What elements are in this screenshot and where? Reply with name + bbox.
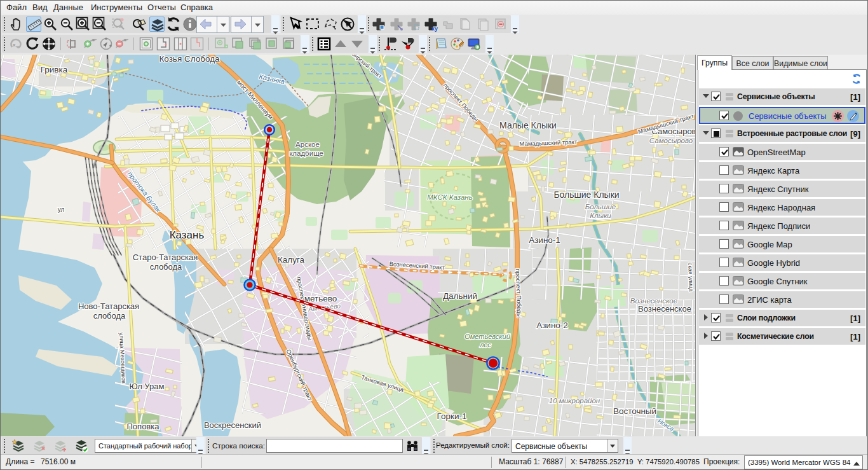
svg-text:Большие: Большие <box>585 203 616 211</box>
svg-text:кладбище: кладбище <box>289 149 323 157</box>
svg-text:слобода: слобода <box>150 262 182 272</box>
svg-text:Воскресенский: Воскресенский <box>204 420 261 430</box>
svg-text:Казань: Казань <box>170 229 205 241</box>
svg-text:Горки-1: Горки-1 <box>437 411 467 421</box>
svg-text:Самосырово: Самосырово <box>649 137 693 144</box>
svg-text:МКСК Казань: МКСК Казань <box>427 193 472 201</box>
svg-text:Азино-2: Азино-2 <box>536 321 568 330</box>
svg-text:слобода: слобода <box>93 311 126 321</box>
svg-text:x: x <box>13 42 16 48</box>
svg-text:ул: ул <box>58 206 65 213</box>
svg-text:Калуга: Калуга <box>278 255 305 265</box>
svg-text:Ометьевский: Ометьевский <box>465 333 510 340</box>
svg-text:Поповка: Поповка <box>127 422 160 431</box>
svg-text:Старо-Татарская: Старо-Татарская <box>133 252 198 262</box>
svg-text:Дальний: Дальний <box>443 291 477 301</box>
svg-text:Азино-1: Азино-1 <box>529 235 560 245</box>
svg-text:Малые Клыки: Малые Клыки <box>499 120 557 130</box>
svg-text:Вознесенское: Вознесенское <box>638 304 691 314</box>
svg-text:xy: xy <box>431 25 438 32</box>
svg-text:Ново-Татарская: Ново-Татарская <box>78 301 139 311</box>
svg-text:10 микрорайон: 10 микрорайон <box>549 397 600 404</box>
svg-text:Козья Слобода: Козья Слобода <box>159 55 220 64</box>
svg-text:Юл Урам: Юл Урам <box>130 382 165 391</box>
svg-text:ская улица: ская улица <box>687 263 695 292</box>
svg-text:лес: лес <box>479 341 491 349</box>
svg-text:Большие Клыки: Большие Клыки <box>553 190 619 200</box>
svg-text:Клыки: Клыки <box>590 212 611 219</box>
svg-text:Восточный: Восточный <box>613 406 656 416</box>
svg-text:Гривка: Гривка <box>41 65 68 74</box>
svg-text:Арское: Арское <box>295 141 320 148</box>
